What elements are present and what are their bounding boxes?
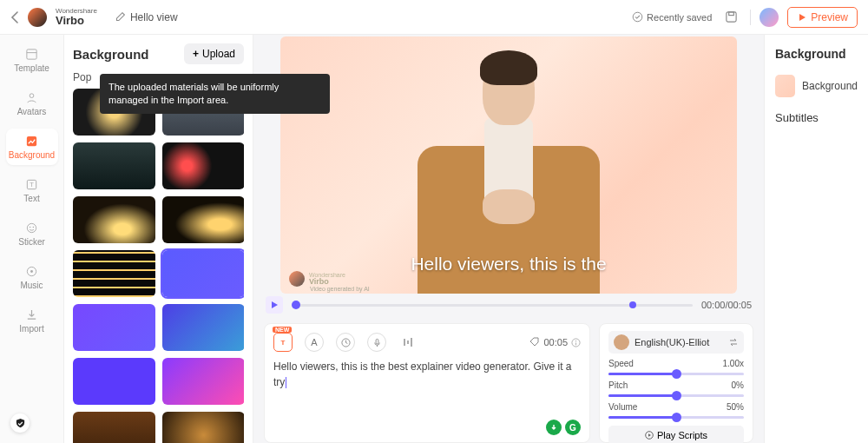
background-thumbnail[interactable]: [73, 142, 155, 189]
right-title: Background: [775, 47, 858, 61]
background-thumbnail[interactable]: [73, 250, 155, 297]
tool-a[interactable]: A: [305, 333, 324, 352]
svg-point-9: [27, 223, 36, 232]
play-scripts-button[interactable]: Play Scripts: [608, 426, 744, 443]
svg-text:T: T: [30, 181, 34, 188]
new-badge: NEW: [273, 327, 292, 333]
letter-a-icon: A: [311, 337, 317, 347]
tool-equalizer[interactable]: [398, 333, 418, 352]
background-thumbnail[interactable]: [73, 412, 155, 443]
thumbnail-grid: [73, 89, 244, 443]
ai-script-button[interactable]: NEW T: [273, 333, 293, 352]
background-swatch: [775, 75, 795, 97]
badge-check[interactable]: [546, 420, 562, 435]
svg-point-18: [575, 341, 576, 341]
background-thumbnail[interactable]: [73, 196, 155, 243]
subtitles-section[interactable]: Subtitles: [775, 111, 858, 124]
background-thumbnail[interactable]: [162, 250, 244, 297]
time-display: 00:00/00:05: [701, 300, 752, 310]
background-thumbnail[interactable]: [73, 358, 155, 405]
upload-tooltip: The uploaded materials will be uniformly…: [100, 74, 330, 114]
project-name[interactable]: Hello view: [115, 11, 178, 23]
svg-rect-6: [27, 136, 36, 146]
back-button[interactable]: [10, 11, 19, 23]
background-thumbnail[interactable]: [162, 304, 244, 351]
speed-slider[interactable]: [608, 373, 744, 375]
svg-rect-3: [27, 50, 36, 59]
template-icon: [25, 48, 39, 62]
clock-icon: [341, 338, 351, 347]
g-icon: G: [569, 423, 576, 433]
background-thumbnail[interactable]: [73, 304, 155, 351]
divider: [750, 10, 751, 25]
tag-icon: [529, 337, 540, 347]
equalizer-icon: [402, 337, 414, 347]
nav-import[interactable]: Import: [6, 302, 58, 339]
script-duration: 00:05: [529, 337, 581, 347]
timeline-track[interactable]: [292, 304, 693, 307]
edit-icon: [115, 11, 126, 23]
voice-avatar: [614, 334, 629, 350]
background-thumbnail[interactable]: [162, 196, 244, 243]
subtitle-caption: Hello viewers, this is the: [411, 254, 606, 274]
play-icon: [270, 301, 279, 309]
watermark-sub: Video generated by AI: [310, 286, 370, 292]
top-bar: Wondershare Virbo Hello view Recently sa…: [0, 0, 868, 35]
info-icon: [571, 338, 581, 347]
background-thumbnail[interactable]: [162, 358, 244, 405]
ai-icon: T: [278, 337, 288, 347]
background-icon: [25, 135, 39, 149]
volume-slider[interactable]: [608, 416, 744, 419]
save-icon: [725, 10, 738, 23]
video-canvas[interactable]: Hello viewers, this is the WondershareVi…: [280, 36, 737, 294]
voice-panel: English(UK)-Elliot Speed1.00x Pitch0% Vo…: [599, 323, 753, 443]
playback-bar: 00:00/00:05: [253, 292, 764, 318]
nav-template[interactable]: Template: [6, 42, 58, 78]
arrow-down-icon: [549, 423, 558, 432]
center-area: Hello viewers, this is the WondershareVi…: [253, 35, 764, 443]
nav-avatars[interactable]: Avatars: [6, 85, 58, 122]
brand: Wondershare Virbo: [56, 8, 97, 26]
play-button[interactable]: [266, 296, 283, 314]
script-panel: NEW T A 00:05: [264, 323, 590, 443]
svg-point-13: [30, 270, 33, 273]
save-button[interactable]: [720, 7, 741, 28]
shield-badge[interactable]: [10, 413, 30, 433]
avatars-icon: [25, 91, 39, 105]
sticker-icon: [25, 222, 39, 235]
script-text-input[interactable]: Hello viewers, this is the best explaine…: [273, 359, 581, 390]
svg-rect-16: [376, 339, 378, 344]
preview-button[interactable]: Preview: [787, 7, 858, 28]
right-panel: Background Background Subtitles: [764, 35, 868, 443]
background-swatch-row[interactable]: Background: [775, 75, 858, 97]
left-nav: Template Avatars Background TText Sticke…: [0, 35, 64, 443]
nav-music[interactable]: Music: [6, 259, 58, 295]
speed-control: Speed1.00x: [608, 359, 744, 375]
background-thumbnail[interactable]: [162, 412, 244, 443]
pitch-slider[interactable]: [608, 394, 744, 397]
text-icon: T: [25, 178, 39, 192]
svg-rect-2: [729, 12, 734, 16]
user-avatar[interactable]: [760, 8, 779, 27]
svg-point-5: [30, 94, 34, 98]
nav-background[interactable]: Background: [6, 129, 58, 165]
badge-grammarly[interactable]: G: [565, 420, 581, 435]
nav-sticker[interactable]: Sticker: [6, 215, 58, 252]
svg-point-0: [633, 12, 642, 22]
upload-button[interactable]: + Upload: [184, 43, 244, 64]
pitch-control: Pitch0%: [608, 380, 744, 397]
background-thumbnail[interactable]: [162, 142, 244, 189]
svg-text:T: T: [281, 339, 286, 347]
volume-control: Volume50%: [608, 402, 744, 419]
mic-icon: [372, 338, 382, 347]
voice-selector[interactable]: English(UK)-Elliot: [608, 331, 744, 354]
save-status: Recently saved: [632, 11, 712, 23]
svg-rect-1: [727, 12, 736, 22]
tool-pause[interactable]: [336, 333, 355, 352]
app-logo: [28, 8, 47, 27]
shield-icon: [15, 418, 26, 429]
nav-text[interactable]: TText: [6, 172, 58, 208]
tool-mic[interactable]: [367, 333, 386, 352]
panel-title: Background: [73, 47, 149, 62]
check-circle-icon: [632, 11, 643, 23]
